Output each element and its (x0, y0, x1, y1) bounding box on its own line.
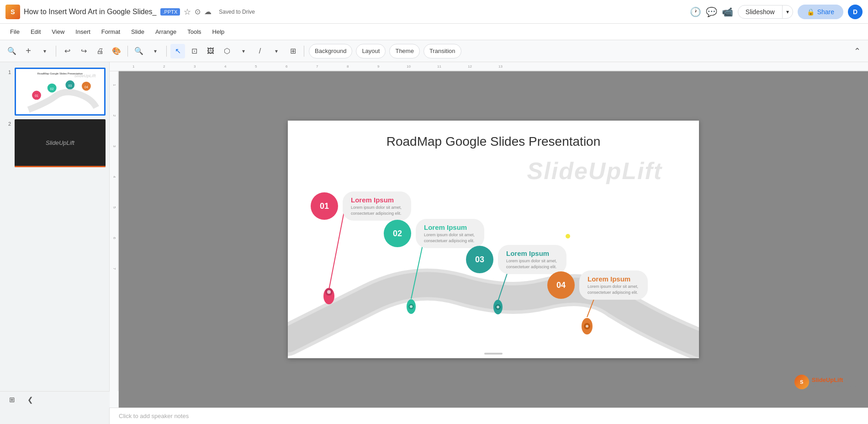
grid-view-btn[interactable]: ⊞ (5, 393, 18, 406)
menu-view[interactable]: View (47, 26, 69, 37)
svg-text:01: 01 (35, 94, 38, 97)
menu-file[interactable]: File (5, 26, 24, 37)
svg-text:04: 04 (85, 85, 88, 89)
star-icon[interactable]: ☆ (184, 7, 191, 17)
print-btn[interactable]: 🖨 (93, 44, 107, 58)
separator-4 (304, 46, 304, 57)
title-right-actions: 🕐 💬 📹 Slideshow ▾ 🔒 Share D (690, 5, 863, 19)
slideshow-label[interactable]: Slideshow (738, 5, 783, 18)
slideshow-button[interactable]: Slideshow ▾ (738, 5, 793, 19)
slide-number-2: 2 (4, 121, 11, 127)
thumb-1-svg: RoadMap Google Slides Presentation 01 02… (16, 69, 104, 114)
milestone-circle-01: 01 (311, 192, 338, 220)
document-title[interactable]: How to Insert Word Art in Google Slides_ (24, 8, 157, 16)
present-icon[interactable]: 📹 (722, 6, 733, 17)
theme-btn[interactable]: Theme (389, 44, 419, 58)
add-btn[interactable]: + (21, 44, 36, 58)
file-type-badge: .PPTX (160, 8, 180, 16)
separator-1 (56, 46, 56, 57)
cursor-dot (566, 234, 570, 238)
ruler-horizontal: 1 2 3 4 5 6 7 8 9 10 11 12 13 (110, 62, 868, 71)
background-btn[interactable]: Background (309, 44, 352, 58)
history-icon[interactable]: 🕐 (690, 6, 701, 17)
menu-help[interactable]: Help (208, 26, 229, 37)
slide-thumbnail-1[interactable]: RoadMap Google Slides Presentation 01 02… (15, 68, 106, 116)
shape-dropdown-btn[interactable]: ▾ (236, 44, 251, 58)
thumb-1-content: RoadMap Google Slides Presentation 01 02… (16, 69, 104, 114)
slide-panel: 1 RoadMap Google Slides Presentation 01 … (0, 62, 110, 424)
menu-arrange[interactable]: Arrange (151, 26, 181, 37)
line-dropdown-btn[interactable]: ▾ (269, 44, 284, 58)
logo-letter: S (11, 8, 15, 16)
menu-format[interactable]: Format (97, 26, 125, 37)
select-btn[interactable]: ↖ (170, 44, 185, 58)
action-btn[interactable]: ⊞ (286, 44, 300, 58)
ruler-h-svg: 1 2 3 4 5 6 7 8 9 10 11 12 13 (119, 62, 868, 71)
svg-text:03: 03 (68, 84, 72, 87)
svg-text:1: 1 (112, 84, 116, 86)
milestone-label-04: Lorem Ipsum Lorem ipsum dolor sit amet,c… (579, 270, 648, 300)
add-dropdown-btn[interactable]: ▾ (37, 44, 52, 58)
svg-text:8: 8 (347, 64, 349, 69)
svg-text:7: 7 (316, 64, 318, 69)
slide-item-1[interactable]: 1 RoadMap Google Slides Presentation 01 … (0, 66, 109, 117)
canvas-side: 1 2 3 4 5 6 7 8 9 10 11 12 13 (110, 62, 868, 424)
line-btn[interactable]: / (253, 44, 267, 58)
app-logo: S (5, 5, 20, 19)
menu-tools[interactable]: Tools (183, 26, 206, 37)
milestone-label-02: Lorem Ipsum Lorem ipsum dolor sit amet,c… (416, 219, 484, 248)
milestone-label-03: Lorem Ipsum Lorem ipsum dolor sit amet,c… (498, 245, 566, 274)
user-avatar[interactable]: D (848, 5, 863, 19)
svg-text:2: 2 (163, 64, 165, 69)
milestone-text-04: Lorem ipsum dolor sit amet,consectetuer … (587, 284, 640, 295)
speaker-notes-placeholder: Click to add speaker notes (119, 413, 189, 419)
scroll-indicator (484, 353, 503, 355)
svg-point-40 (327, 290, 331, 294)
zoom-dropdown-btn[interactable]: ▾ (148, 44, 163, 58)
slideuplift-text-block: SlideUpLift Your Presentation Partner (812, 376, 859, 388)
layout-btn[interactable]: Layout (356, 44, 386, 58)
milestone-01: 01 Lorem Ipsum Lorem ipsum dolor sit ame… (311, 191, 411, 221)
svg-point-48 (497, 306, 499, 308)
svg-text:11: 11 (437, 64, 441, 69)
thumb-2-label: SlideUpLift (46, 139, 74, 146)
milestone-02: 02 Lorem Ipsum Lorem ipsum dolor sit ame… (384, 219, 484, 248)
image-btn[interactable]: 🖼 (203, 44, 218, 58)
shape-btn[interactable]: ⬡ (220, 44, 234, 58)
milestone-text-02: Lorem ipsum dolor sit amet,consectetuer … (424, 232, 476, 244)
transition-btn[interactable]: Transition (423, 44, 461, 58)
slide-thumbnail-2[interactable]: SlideUpLift (15, 119, 106, 167)
collapse-toolbar-btn[interactable]: ⌃ (851, 45, 863, 58)
milestone-title-02: Lorem Ipsum (424, 223, 476, 231)
undo-btn[interactable]: ↩ (60, 44, 74, 58)
drive-icon[interactable]: ⊙ (195, 7, 201, 16)
slideshow-dropdown-arrow[interactable]: ▾ (783, 6, 793, 18)
speaker-notes[interactable]: Click to add speaker notes (110, 408, 868, 424)
comment-icon[interactable]: 💬 (706, 6, 717, 17)
menu-bar: File Edit View Insert Format Slide Arran… (0, 24, 868, 40)
separator-2 (127, 46, 128, 57)
svg-text:10: 10 (407, 64, 411, 69)
slide-number-1: 1 (4, 69, 11, 75)
svg-text:3: 3 (194, 64, 196, 69)
panel-bottom-bar: ⊞ ❮ (0, 391, 110, 408)
paint-format-btn[interactable]: 🎨 (109, 44, 124, 58)
panel-collapse-btn[interactable]: ❮ (24, 393, 37, 406)
main-layout: 1 RoadMap Google Slides Presentation 01 … (0, 62, 868, 424)
redo-btn[interactable]: ↪ (76, 44, 91, 58)
text-box-btn[interactable]: ⊡ (187, 44, 201, 58)
menu-edit[interactable]: Edit (26, 26, 45, 37)
menu-insert[interactable]: Insert (71, 26, 95, 37)
menu-slide[interactable]: Slide (127, 26, 149, 37)
slide-canvas[interactable]: RoadMap Google Slides Presentation Slide… (288, 121, 699, 358)
cloud-icon: ☁ (204, 7, 212, 16)
svg-text:SlideUpLift: SlideUpLift (74, 74, 96, 78)
search-btn[interactable]: 🔍 (5, 44, 19, 58)
ruler-h-marks: 1 2 3 4 5 6 7 8 9 10 11 12 13 (119, 62, 868, 71)
canvas-background[interactable]: RoadMap Google Slides Presentation Slide… (119, 71, 868, 408)
slide-item-2[interactable]: 2 SlideUpLift (0, 117, 109, 169)
separator-3 (166, 46, 167, 57)
zoom-btn[interactable]: 🔍 (132, 44, 146, 58)
milestone-circle-02: 02 (384, 220, 411, 247)
share-button[interactable]: 🔒 Share (798, 5, 843, 19)
